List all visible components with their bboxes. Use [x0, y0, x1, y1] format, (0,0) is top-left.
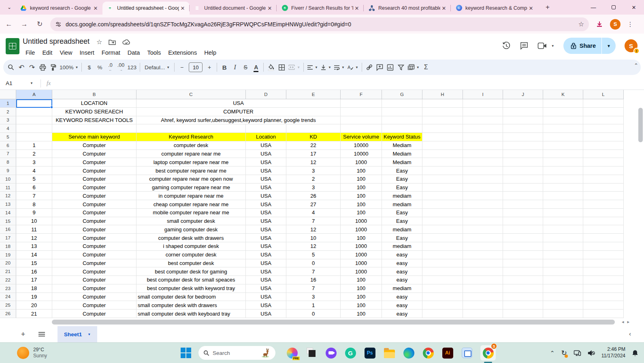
- cell[interactable]: USA: [246, 200, 286, 209]
- cell[interactable]: 0: [286, 310, 341, 318]
- cell[interactable]: [463, 217, 503, 226]
- cell[interactable]: Location: [246, 133, 286, 141]
- redo-icon[interactable]: ↷: [27, 62, 37, 73]
- cell[interactable]: [136, 124, 246, 133]
- cell[interactable]: Computer: [52, 167, 136, 175]
- cell[interactable]: [503, 276, 543, 284]
- cell[interactable]: [246, 124, 286, 133]
- cell[interactable]: [503, 175, 543, 184]
- cell[interactable]: [463, 284, 503, 293]
- forward-button[interactable]: →: [18, 18, 31, 31]
- cell[interactable]: [503, 234, 543, 242]
- cell[interactable]: Computer: [52, 175, 136, 184]
- cell[interactable]: [583, 141, 624, 150]
- cell[interactable]: [422, 116, 463, 125]
- move-folder-icon[interactable]: [109, 39, 116, 45]
- cell[interactable]: [463, 276, 503, 284]
- cell[interactable]: 13: [16, 242, 52, 251]
- cell[interactable]: [422, 225, 463, 234]
- menu-file[interactable]: File: [22, 48, 38, 57]
- cell[interactable]: [583, 116, 624, 125]
- cell[interactable]: Computer: [52, 301, 136, 310]
- minimize-button[interactable]: —: [583, 0, 603, 15]
- cell[interactable]: 100: [341, 284, 382, 293]
- cell[interactable]: [463, 141, 503, 150]
- cell[interactable]: [583, 301, 624, 310]
- cell[interactable]: [503, 225, 543, 234]
- functions-icon[interactable]: Σ: [421, 62, 431, 73]
- more-formats-icon[interactable]: 123: [126, 62, 138, 73]
- cell[interactable]: [543, 184, 583, 192]
- cell[interactable]: USA: [246, 267, 286, 276]
- volume-muted-icon[interactable]: [588, 350, 595, 356]
- cell[interactable]: [583, 184, 624, 192]
- menu-data[interactable]: Data: [124, 48, 144, 57]
- cell[interactable]: 1000: [341, 158, 382, 167]
- cell[interactable]: computer repare near me open now: [136, 175, 246, 184]
- cell[interactable]: [583, 242, 624, 251]
- clipchamp-icon[interactable]: [325, 347, 337, 359]
- cloud-status-icon[interactable]: [122, 39, 130, 45]
- cell[interactable]: Computer: [52, 251, 136, 259]
- cell[interactable]: 100: [341, 175, 382, 184]
- cell[interactable]: Computer: [52, 242, 136, 251]
- cell[interactable]: [503, 167, 543, 175]
- cell[interactable]: 1000: [341, 217, 382, 226]
- cell[interactable]: [543, 150, 583, 158]
- increase-decimals-icon[interactable]: .00→: [115, 62, 126, 73]
- chrome-icon[interactable]: [422, 347, 434, 359]
- cell[interactable]: [422, 175, 463, 184]
- cell[interactable]: USA: [246, 158, 286, 167]
- row-header-16[interactable]: 16: [0, 225, 16, 234]
- cell[interactable]: [463, 158, 503, 167]
- cell[interactable]: LOCATION: [52, 99, 136, 108]
- menu-format[interactable]: Format: [98, 48, 124, 57]
- scroll-arrows-icon[interactable]: ◂▸: [622, 319, 633, 325]
- edge-icon[interactable]: [403, 347, 415, 359]
- tab-close-icon[interactable]: ✕: [440, 4, 448, 12]
- menu-view[interactable]: View: [56, 48, 76, 57]
- sheets-logo-icon[interactable]: [6, 38, 19, 54]
- cell[interactable]: Computer: [52, 259, 136, 268]
- cell[interactable]: Easy: [382, 184, 422, 192]
- cell[interactable]: [543, 175, 583, 184]
- cell[interactable]: [463, 225, 503, 234]
- cell[interactable]: USA: [246, 242, 286, 251]
- cell[interactable]: [463, 293, 503, 301]
- cell[interactable]: 100: [341, 234, 382, 242]
- cell[interactable]: best computer desk for gaming: [136, 267, 246, 276]
- cell[interactable]: [341, 99, 382, 108]
- cell[interactable]: 10: [16, 217, 52, 226]
- taskbar-search[interactable]: Search: [198, 346, 275, 360]
- cell[interactable]: USA: [246, 234, 286, 242]
- cell[interactable]: [583, 175, 624, 184]
- cell[interactable]: mediam: [382, 225, 422, 234]
- cell[interactable]: [503, 116, 543, 125]
- cell[interactable]: 14: [16, 251, 52, 259]
- cell[interactable]: 20: [16, 301, 52, 310]
- cell[interactable]: COMPUTER: [136, 108, 341, 116]
- cell[interactable]: 1000: [341, 267, 382, 276]
- cell[interactable]: 1000: [341, 242, 382, 251]
- row-header-26[interactable]: 26: [0, 310, 16, 318]
- cell[interactable]: [503, 158, 543, 167]
- cell[interactable]: 8: [16, 200, 52, 209]
- share-button[interactable]: Share ▼: [563, 38, 616, 54]
- cell[interactable]: Computer: [52, 141, 136, 150]
- cell[interactable]: computer desk: [136, 141, 246, 150]
- cell[interactable]: 3: [16, 158, 52, 167]
- cell[interactable]: [543, 108, 583, 116]
- column-header-H[interactable]: H: [422, 90, 463, 99]
- increase-font-size-icon[interactable]: +: [204, 62, 215, 73]
- cell[interactable]: computer repare near me: [136, 150, 246, 158]
- cell[interactable]: Easy: [382, 209, 422, 217]
- cell[interactable]: [543, 267, 583, 276]
- cell[interactable]: [543, 310, 583, 318]
- cell[interactable]: 7: [286, 284, 341, 293]
- cell[interactable]: USA: [246, 310, 286, 318]
- cell[interactable]: [463, 99, 503, 108]
- cell[interactable]: USA: [246, 209, 286, 217]
- photoshop-icon[interactable]: Ps: [364, 347, 376, 359]
- file-explorer-icon[interactable]: [383, 347, 395, 359]
- cell[interactable]: [503, 301, 543, 310]
